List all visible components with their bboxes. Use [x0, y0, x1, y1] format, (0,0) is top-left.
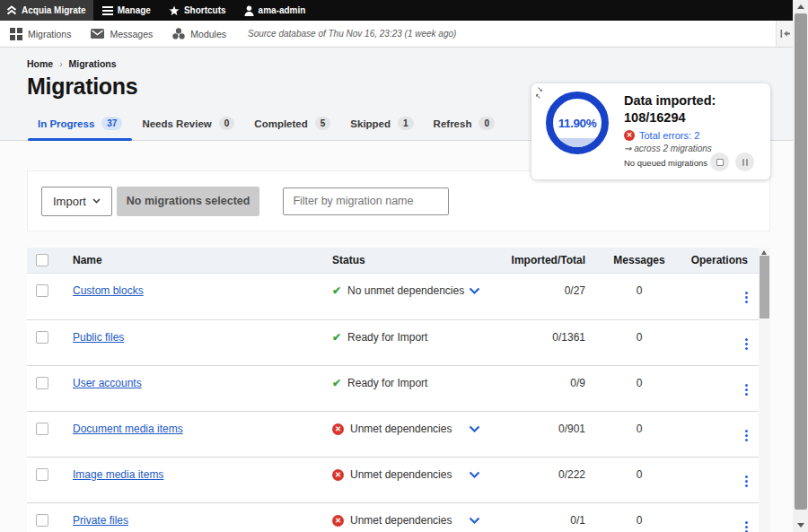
tab-count-badge: 37 [101, 117, 122, 130]
pause-icon [742, 159, 748, 166]
tab-needs-review[interactable]: Needs Review0 [132, 117, 244, 140]
operations-menu-icon[interactable] [745, 475, 748, 487]
tab-label: Needs Review [142, 118, 211, 129]
pause-button[interactable] [735, 153, 754, 171]
no-migrations-selected-button: No migrations selected [117, 187, 260, 216]
migration-name-link[interactable]: Image media items [73, 468, 163, 481]
tab-count-badge: 5 [315, 117, 331, 130]
row-checkbox[interactable] [36, 377, 48, 389]
status-text: No unmet dependencies [347, 284, 464, 297]
breadcrumb-home[interactable]: Home [27, 58, 53, 69]
migration-name-link[interactable]: User accounts [73, 377, 142, 389]
operations-menu-icon[interactable] [745, 430, 748, 441]
shortcuts-menu[interactable]: Shortcuts [160, 0, 235, 21]
tab-count-badge: 1 [398, 117, 414, 130]
source-database-note: Source database of Thu Nov 16, 23:23 (1 … [248, 29, 456, 39]
row-checkbox[interactable] [36, 284, 48, 297]
status-ok-icon: ✔ [332, 284, 341, 297]
status-error-icon: ✕ [332, 515, 344, 527]
migration-filter-input[interactable] [283, 188, 449, 215]
leads-to-arrow-icon: ⇝ [624, 144, 634, 153]
import-dropdown-button[interactable]: Import [41, 187, 112, 216]
page-scroll-down-arrow[interactable] [797, 523, 804, 528]
imported-total-value: 0/901 [494, 423, 594, 435]
row-checkbox[interactable] [36, 423, 48, 435]
page-scrollbar-thumb[interactable] [795, 13, 807, 510]
collapse-card-icon[interactable]: ↘↖ [537, 86, 543, 100]
data-imported-title: Data imported:108/16294 [624, 92, 768, 126]
status-error-icon: ✕ [332, 423, 344, 435]
table-header-row: Name Status Imported/Total Messages Oper… [27, 248, 759, 274]
toolbar-item-messages[interactable]: Messages [81, 21, 162, 47]
status-text: Ready for Import [347, 377, 427, 389]
actions-card: Import No migrations selected [27, 170, 770, 231]
tab-label: Skipped [350, 118, 391, 129]
imported-total-value: 0/27 [494, 284, 594, 297]
envelope-icon [91, 29, 104, 39]
manage-menu[interactable]: Manage [93, 0, 160, 21]
status-text: Unmet dependencies [350, 423, 452, 435]
operations-menu-icon[interactable] [745, 384, 748, 396]
expand-status-chevron-icon[interactable] [469, 517, 480, 525]
row-checkbox[interactable] [36, 514, 48, 527]
table-scrollbar-thumb[interactable] [760, 256, 769, 318]
tab-skipped[interactable]: Skipped1 [340, 117, 423, 140]
breadcrumb: Home › Migrations [0, 48, 793, 69]
select-all-checkbox[interactable] [36, 254, 48, 266]
operations-menu-icon[interactable] [745, 521, 748, 532]
modules-icon [172, 28, 185, 39]
hamburger-icon [102, 6, 113, 15]
operations-menu-icon[interactable] [745, 292, 748, 303]
table-row: Private files✕Unmet dependencies0/10 [27, 502, 759, 532]
messages-count: 0 [594, 468, 684, 481]
migration-name-link[interactable]: Private files [73, 514, 128, 527]
toolbar-item-modules[interactable]: Modules [162, 21, 236, 47]
admin-toolbar: Acquia Migrate Manage Shortcuts ama-admi… [0, 0, 793, 21]
status-error-icon: ✕ [332, 469, 344, 481]
user-icon [244, 5, 254, 16]
error-icon: ✕ [624, 130, 635, 141]
stop-icon [716, 159, 724, 166]
tab-refresh[interactable]: Refresh0 [424, 117, 505, 140]
table-row: Custom blocks✔No unmet dependencies0/270 [27, 274, 759, 319]
total-errors: ✕ Total errors: 2 [624, 130, 768, 141]
acquia-migrate-brand[interactable]: Acquia Migrate [0, 0, 93, 21]
total-errors-link[interactable]: Total errors: 2 [639, 130, 699, 141]
chevron-down-icon [92, 198, 101, 204]
tab-in-progress[interactable]: In Progress37 [28, 117, 132, 140]
collapse-left-icon [780, 30, 790, 38]
tab-count-badge: 0 [219, 117, 235, 130]
expand-status-chevron-icon[interactable] [469, 287, 480, 295]
imported-total-value: 0/1 [494, 514, 594, 527]
breadcrumb-current: Migrations [69, 58, 117, 69]
stop-button[interactable] [710, 153, 729, 171]
progress-donut: 11.90% [546, 92, 609, 154]
star-icon [169, 5, 180, 16]
tab-label: In Progress [38, 118, 94, 129]
messages-count: 0 [594, 514, 684, 527]
column-header-name: Name [73, 254, 332, 266]
messages-count: 0 [594, 423, 684, 435]
toolbar-item-migrations[interactable]: Migrations [0, 21, 81, 47]
tab-completed[interactable]: Completed5 [244, 117, 340, 140]
status-text: Unmet dependencies [350, 514, 452, 527]
user-menu[interactable]: ama-admin [235, 0, 315, 21]
row-checkbox[interactable] [36, 468, 48, 481]
table-scroll-up-arrow[interactable] [761, 250, 767, 255]
migration-name-link[interactable]: Public files [73, 331, 124, 344]
operations-menu-icon[interactable] [745, 338, 748, 350]
expand-status-chevron-icon[interactable] [469, 471, 480, 479]
row-checkbox[interactable] [36, 331, 48, 344]
migration-name-link[interactable]: Document media items [73, 423, 183, 435]
page-scroll-up-arrow[interactable] [797, 4, 804, 9]
donut-fill [553, 138, 602, 147]
expand-status-chevron-icon[interactable] [469, 425, 480, 433]
page-scrollbar[interactable] [793, 0, 808, 532]
status-text: Ready for Import [347, 331, 427, 344]
migration-name-link[interactable]: Custom blocks [73, 284, 144, 297]
status-ok-icon: ✔ [332, 377, 341, 389]
status-text: Unmet dependencies [350, 468, 452, 481]
toolbar-orientation-toggle[interactable] [776, 21, 793, 47]
table-scrollbar[interactable] [759, 248, 770, 532]
progress-percent: 11.90% [558, 117, 597, 130]
